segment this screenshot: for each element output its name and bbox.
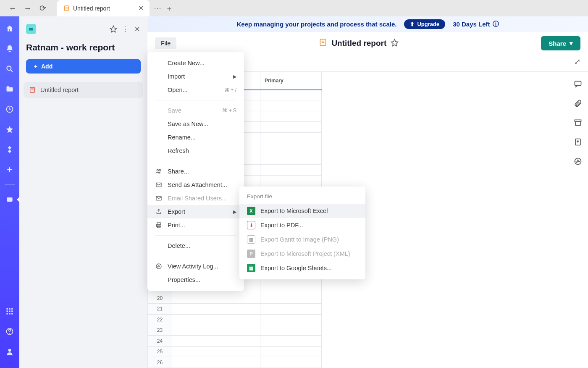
new-tab-icon[interactable]: ＋: [165, 3, 173, 13]
cell[interactable]: [260, 325, 322, 335]
home-icon[interactable]: [4, 23, 15, 34]
comment-icon[interactable]: [573, 79, 583, 89]
star-icon[interactable]: [4, 124, 15, 135]
cell[interactable]: [260, 165, 322, 175]
upgrade-button[interactable]: ⬆ Upgrade: [404, 19, 445, 29]
diamond-icon[interactable]: [4, 144, 15, 155]
tab-close-icon[interactable]: ✕: [138, 4, 144, 12]
menu-rename[interactable]: Rename...: [147, 131, 244, 144]
tree-item-report[interactable]: Untitled report: [24, 82, 143, 98]
cell[interactable]: [260, 304, 322, 314]
cell[interactable]: [260, 336, 322, 346]
menu-open[interactable]: Open...⌘ + /: [147, 83, 244, 97]
menu-export[interactable]: Export▶: [147, 205, 244, 218]
export-pdf[interactable]: ⬇Export to PDF...: [239, 218, 365, 232]
menu-separator: [155, 161, 236, 161]
menu-refresh[interactable]: Refresh: [147, 144, 244, 158]
excel-icon: X: [247, 207, 255, 215]
export-icon: [155, 208, 163, 216]
cell[interactable]: [260, 357, 322, 368]
cell[interactable]: [260, 90, 322, 100]
cell[interactable]: [260, 346, 322, 357]
cell[interactable]: [260, 143, 322, 154]
menu-create-new[interactable]: Create New...: [147, 56, 244, 70]
more-icon[interactable]: ⋮: [121, 25, 129, 33]
bell-icon[interactable]: [4, 43, 15, 54]
cell[interactable]: [172, 325, 260, 335]
activity-icon[interactable]: [573, 157, 583, 166]
upgrade-label: Upgrade: [417, 21, 439, 27]
share-button[interactable]: Share ▾: [541, 36, 580, 50]
cell[interactable]: [172, 304, 260, 314]
export-google-sheets[interactable]: ▦Export to Google Sheets...: [239, 261, 365, 275]
cell[interactable]: [260, 293, 322, 303]
plus-icon[interactable]: [4, 164, 15, 175]
add-button[interactable]: ＋ Add: [26, 59, 141, 74]
favorite-icon[interactable]: [110, 25, 117, 33]
menu-separator: [155, 256, 236, 256]
archive-icon[interactable]: [573, 118, 583, 127]
tab-menu-icon[interactable]: ⋯: [154, 4, 161, 13]
menu-save-as[interactable]: Save as New...: [147, 117, 244, 131]
row-header[interactable]: 23: [148, 325, 172, 335]
file-menu-button[interactable]: File: [155, 37, 176, 49]
menu-properties[interactable]: Properties...: [147, 273, 244, 287]
export-excel-label: Export to Microsoft Excel: [260, 208, 328, 214]
cell[interactable]: [172, 293, 260, 303]
svg-point-3: [7, 66, 11, 70]
help-icon[interactable]: [4, 326, 15, 337]
menu-send-attachment[interactable]: Send as Attachment...: [147, 178, 244, 192]
expand-icon[interactable]: ⤢: [574, 57, 580, 66]
cell[interactable]: [260, 154, 322, 164]
file-export-icon[interactable]: [573, 137, 583, 147]
menu-separator: [155, 100, 236, 100]
svg-rect-29: [575, 81, 581, 85]
cell[interactable]: [260, 132, 322, 143]
nav-forward-icon[interactable]: →: [23, 3, 33, 13]
cell[interactable]: [172, 346, 260, 357]
row-header[interactable]: 21: [148, 304, 172, 314]
export-gantt-label: Export Gantt to Image (PNG): [260, 236, 339, 243]
trial-status[interactable]: 30 Days Left ⓘ: [453, 20, 499, 28]
workspace-logo[interactable]: [26, 24, 36, 34]
row-header[interactable]: 26: [148, 357, 172, 368]
search-icon[interactable]: [4, 63, 15, 74]
folder-icon[interactable]: [4, 84, 15, 95]
menu-activity-log[interactable]: View Activity Log...: [147, 260, 244, 273]
doc-favorite-icon[interactable]: [391, 39, 399, 48]
row-header[interactable]: 22: [148, 314, 172, 325]
file-menu: Create New... Import▶ Open...⌘ + / Save⌘…: [147, 52, 244, 291]
app-icon[interactable]: [4, 194, 15, 205]
doc-title[interactable]: Untitled report: [331, 39, 386, 48]
close-panel-icon[interactable]: ✕: [133, 25, 141, 33]
export-excel[interactable]: XExport to Microsoft Excel: [239, 204, 365, 218]
cell[interactable]: [260, 122, 322, 132]
cell[interactable]: [260, 111, 322, 121]
browser-tab[interactable]: Untitled report ✕: [57, 0, 150, 16]
shortcut-label: ⌘ + S: [222, 108, 236, 113]
main-area: Keep managing your projects and process …: [147, 16, 588, 368]
menu-share[interactable]: Share...: [147, 165, 244, 178]
cell[interactable]: [260, 282, 322, 293]
nav-reload-icon[interactable]: ⟳: [38, 3, 48, 13]
user-icon[interactable]: [4, 346, 15, 357]
nav-back-icon[interactable]: ←: [8, 3, 18, 13]
clock-icon[interactable]: [4, 104, 15, 115]
menu-print[interactable]: Print...: [147, 218, 244, 232]
cell[interactable]: [172, 336, 260, 346]
cell[interactable]: [260, 314, 322, 325]
attachment-icon[interactable]: [573, 99, 583, 108]
menu-import[interactable]: Import▶: [147, 70, 244, 83]
row-header[interactable]: 24: [148, 336, 172, 346]
row-header[interactable]: 20: [148, 293, 172, 303]
apps-grid-icon[interactable]: [4, 306, 15, 317]
cell[interactable]: [172, 357, 260, 368]
cell[interactable]: [260, 175, 322, 186]
svg-rect-8: [7, 197, 12, 202]
row-header[interactable]: 25: [148, 346, 172, 357]
cell[interactable]: [172, 314, 260, 325]
cell[interactable]: [260, 100, 322, 111]
menu-delete[interactable]: Delete...: [147, 239, 244, 252]
primary-column-header[interactable]: Primary: [260, 72, 322, 90]
export-ms-project: PExport to Microsoft Project (XML): [239, 247, 365, 261]
